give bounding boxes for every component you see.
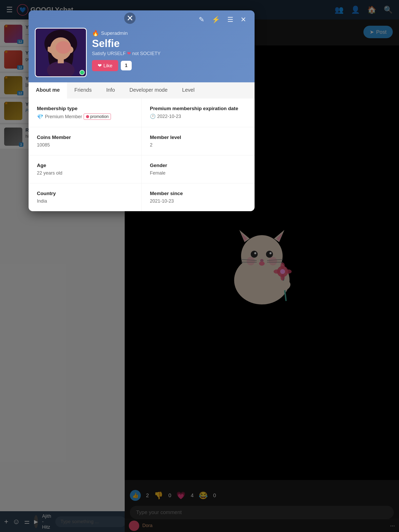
country-cell: Country India — [29, 183, 142, 211]
profile-info-row: 🔥 Superadmin Selfie Satisfy URSELF ❤ not… — [35, 28, 248, 82]
modal-tabs: About me Friends Info Developer mode Lev… — [29, 82, 255, 98]
age-cell: Age 22 years old — [29, 155, 142, 183]
country-label: Country — [37, 191, 133, 196]
profile-modal: ✎ ⚡ ☰ ✕ — [29, 10, 255, 211]
member-level-label: Member level — [150, 135, 246, 140]
profile-bio: Satisfy URSELF ❤ not SOCIETY — [92, 51, 248, 56]
svg-rect-33 — [48, 47, 50, 52]
info-grid: Membership type 💎 Premium Member promoti… — [29, 98, 255, 211]
overlay-backdrop: ✕ ✎ ⚡ ☰ ✕ — [0, 0, 399, 532]
promo-dot-icon — [86, 115, 89, 118]
edit-icon[interactable]: ✎ — [199, 16, 204, 24]
modal-body: Membership type 💎 Premium Member promoti… — [29, 98, 255, 211]
promotion-badge[interactable]: promotion — [84, 114, 111, 120]
modal-close-icon[interactable]: ✕ — [241, 16, 246, 24]
like-count-badge: 1 — [121, 61, 132, 70]
gender-value: Female — [150, 170, 246, 176]
gender-cell: Gender Female — [142, 155, 255, 183]
menu-icon[interactable]: ☰ — [227, 16, 233, 24]
member-level-cell: Member level 2 — [142, 127, 255, 155]
member-since-label: Member since — [150, 191, 246, 196]
superadmin-badge: 🔥 Superadmin — [92, 30, 248, 37]
membership-type-value: 💎 Premium Member promotion — [37, 114, 133, 120]
age-label: Age — [37, 163, 133, 168]
country-value: India — [37, 198, 133, 204]
superadmin-label: Superadmin — [101, 30, 128, 36]
heart-icon: ❤ — [98, 63, 102, 69]
lightning-icon[interactable]: ⚡ — [212, 16, 220, 24]
modal-header: ✎ ⚡ ☰ ✕ — [29, 10, 255, 82]
coins-value: 10085 — [37, 142, 133, 148]
profile-photo — [35, 28, 87, 77]
premium-expiry-value: 🕐 2022-10-23 — [150, 114, 246, 119]
profile-text: 🔥 Superadmin Selfie Satisfy URSELF ❤ not… — [92, 28, 248, 71]
age-value: 22 years old — [37, 170, 133, 176]
premium-expiry-cell: Premium membership expiration date 🕐 202… — [142, 98, 255, 127]
clock-icon: 🕐 — [150, 114, 156, 119]
tab-level[interactable]: Level — [175, 82, 202, 98]
premium-expiry-label: Premium membership expiration date — [150, 106, 246, 111]
superadmin-icon: 🔥 — [92, 30, 99, 37]
svg-rect-34 — [50, 46, 52, 52]
membership-type-cell: Membership type 💎 Premium Member promoti… — [29, 98, 142, 127]
tab-about-me[interactable]: About me — [29, 82, 67, 98]
svg-point-35 — [56, 41, 71, 54]
gender-label: Gender — [150, 163, 246, 168]
profile-username: Selfie — [92, 38, 248, 49]
diamond-icon: 💎 — [37, 114, 43, 120]
tab-developer-mode[interactable]: Developer mode — [122, 82, 175, 98]
online-status-dot — [79, 70, 85, 75]
tab-friends[interactable]: Friends — [67, 82, 99, 98]
member-level-value: 2 — [150, 142, 246, 148]
like-button[interactable]: ❤ Like — [92, 60, 118, 71]
member-since-cell: Member since 2021-10-23 — [142, 183, 255, 211]
member-since-value: 2021-10-23 — [150, 198, 246, 204]
membership-type-label: Membership type — [37, 106, 133, 111]
heart-icon: ❤ — [127, 51, 131, 56]
coins-label: Coins Member — [37, 135, 133, 140]
coins-cell: Coins Member 10085 — [29, 127, 142, 155]
like-btn-row: ❤ Like 1 — [92, 60, 248, 71]
profile-photo-container — [35, 28, 87, 77]
modal-top-icons: ✎ ⚡ ☰ ✕ — [35, 16, 248, 24]
svg-rect-37 — [58, 58, 64, 63]
overlay-close-button[interactable]: ✕ — [124, 12, 136, 24]
tab-info[interactable]: Info — [99, 82, 122, 98]
